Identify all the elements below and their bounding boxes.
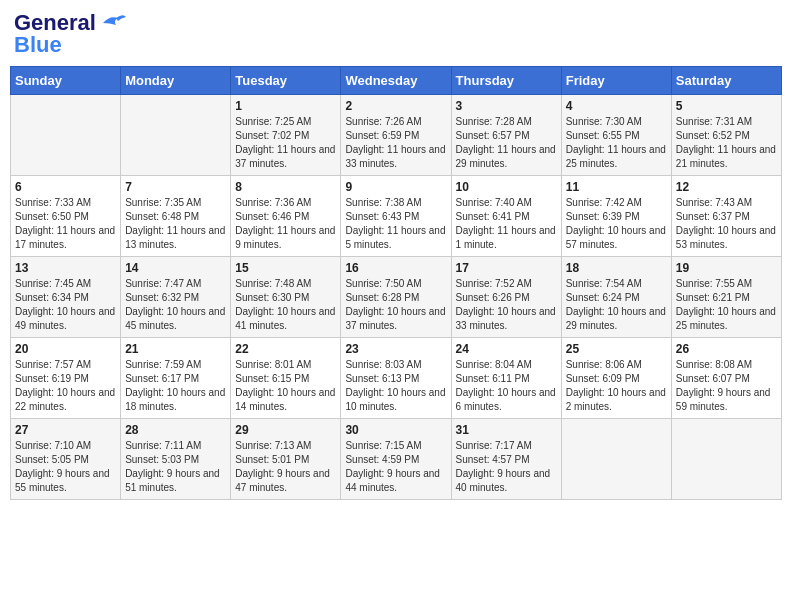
calendar-cell: 21 Sunrise: 7:59 AMSunset: 6:17 PMDaylig… — [121, 338, 231, 419]
calendar-cell: 19 Sunrise: 7:55 AMSunset: 6:21 PMDaylig… — [671, 257, 781, 338]
day-info: Sunrise: 7:42 AMSunset: 6:39 PMDaylight:… — [566, 196, 667, 252]
calendar-table: SundayMondayTuesdayWednesdayThursdayFrid… — [10, 66, 782, 500]
day-number: 11 — [566, 180, 667, 194]
day-info: Sunrise: 7:59 AMSunset: 6:17 PMDaylight:… — [125, 358, 226, 414]
calendar-cell: 24 Sunrise: 8:04 AMSunset: 6:11 PMDaylig… — [451, 338, 561, 419]
calendar-cell — [561, 419, 671, 500]
day-number: 24 — [456, 342, 557, 356]
calendar-cell: 13 Sunrise: 7:45 AMSunset: 6:34 PMDaylig… — [11, 257, 121, 338]
day-info: Sunrise: 7:28 AMSunset: 6:57 PMDaylight:… — [456, 115, 557, 171]
calendar-cell: 12 Sunrise: 7:43 AMSunset: 6:37 PMDaylig… — [671, 176, 781, 257]
day-number: 8 — [235, 180, 336, 194]
day-number: 29 — [235, 423, 336, 437]
day-info: Sunrise: 7:52 AMSunset: 6:26 PMDaylight:… — [456, 277, 557, 333]
calendar-cell: 20 Sunrise: 7:57 AMSunset: 6:19 PMDaylig… — [11, 338, 121, 419]
calendar-cell: 1 Sunrise: 7:25 AMSunset: 7:02 PMDayligh… — [231, 95, 341, 176]
day-info: Sunrise: 7:40 AMSunset: 6:41 PMDaylight:… — [456, 196, 557, 252]
weekday-header: Wednesday — [341, 67, 451, 95]
day-number: 13 — [15, 261, 116, 275]
day-number: 15 — [235, 261, 336, 275]
day-number: 31 — [456, 423, 557, 437]
calendar-cell — [11, 95, 121, 176]
calendar-cell: 30 Sunrise: 7:15 AMSunset: 4:59 PMDaylig… — [341, 419, 451, 500]
calendar-cell: 28 Sunrise: 7:11 AMSunset: 5:03 PMDaylig… — [121, 419, 231, 500]
day-number: 3 — [456, 99, 557, 113]
weekday-header: Monday — [121, 67, 231, 95]
day-info: Sunrise: 7:45 AMSunset: 6:34 PMDaylight:… — [15, 277, 116, 333]
calendar-cell: 26 Sunrise: 8:08 AMSunset: 6:07 PMDaylig… — [671, 338, 781, 419]
day-info: Sunrise: 7:25 AMSunset: 7:02 PMDaylight:… — [235, 115, 336, 171]
calendar-cell — [121, 95, 231, 176]
day-info: Sunrise: 7:31 AMSunset: 6:52 PMDaylight:… — [676, 115, 777, 171]
day-number: 23 — [345, 342, 446, 356]
day-number: 26 — [676, 342, 777, 356]
calendar-cell: 3 Sunrise: 7:28 AMSunset: 6:57 PMDayligh… — [451, 95, 561, 176]
day-number: 22 — [235, 342, 336, 356]
logo-text-blue: Blue — [14, 32, 62, 58]
calendar-cell: 27 Sunrise: 7:10 AMSunset: 5:05 PMDaylig… — [11, 419, 121, 500]
calendar-cell — [671, 419, 781, 500]
day-info: Sunrise: 7:54 AMSunset: 6:24 PMDaylight:… — [566, 277, 667, 333]
calendar-cell: 7 Sunrise: 7:35 AMSunset: 6:48 PMDayligh… — [121, 176, 231, 257]
calendar-week-row: 1 Sunrise: 7:25 AMSunset: 7:02 PMDayligh… — [11, 95, 782, 176]
calendar-cell: 16 Sunrise: 7:50 AMSunset: 6:28 PMDaylig… — [341, 257, 451, 338]
day-info: Sunrise: 7:17 AMSunset: 4:57 PMDaylight:… — [456, 439, 557, 495]
day-number: 19 — [676, 261, 777, 275]
calendar-cell: 6 Sunrise: 7:33 AMSunset: 6:50 PMDayligh… — [11, 176, 121, 257]
calendar-cell: 25 Sunrise: 8:06 AMSunset: 6:09 PMDaylig… — [561, 338, 671, 419]
day-info: Sunrise: 7:13 AMSunset: 5:01 PMDaylight:… — [235, 439, 336, 495]
day-number: 7 — [125, 180, 226, 194]
day-number: 9 — [345, 180, 446, 194]
day-info: Sunrise: 8:01 AMSunset: 6:15 PMDaylight:… — [235, 358, 336, 414]
day-info: Sunrise: 7:30 AMSunset: 6:55 PMDaylight:… — [566, 115, 667, 171]
calendar-cell: 2 Sunrise: 7:26 AMSunset: 6:59 PMDayligh… — [341, 95, 451, 176]
calendar-week-row: 20 Sunrise: 7:57 AMSunset: 6:19 PMDaylig… — [11, 338, 782, 419]
day-number: 5 — [676, 99, 777, 113]
day-info: Sunrise: 8:04 AMSunset: 6:11 PMDaylight:… — [456, 358, 557, 414]
calendar-cell: 15 Sunrise: 7:48 AMSunset: 6:30 PMDaylig… — [231, 257, 341, 338]
day-number: 4 — [566, 99, 667, 113]
day-number: 18 — [566, 261, 667, 275]
calendar-cell: 18 Sunrise: 7:54 AMSunset: 6:24 PMDaylig… — [561, 257, 671, 338]
day-number: 12 — [676, 180, 777, 194]
calendar-cell: 22 Sunrise: 8:01 AMSunset: 6:15 PMDaylig… — [231, 338, 341, 419]
day-number: 25 — [566, 342, 667, 356]
weekday-header: Tuesday — [231, 67, 341, 95]
day-info: Sunrise: 7:11 AMSunset: 5:03 PMDaylight:… — [125, 439, 226, 495]
day-number: 30 — [345, 423, 446, 437]
calendar-cell: 17 Sunrise: 7:52 AMSunset: 6:26 PMDaylig… — [451, 257, 561, 338]
calendar-week-row: 27 Sunrise: 7:10 AMSunset: 5:05 PMDaylig… — [11, 419, 782, 500]
calendar-cell: 29 Sunrise: 7:13 AMSunset: 5:01 PMDaylig… — [231, 419, 341, 500]
calendar-cell: 11 Sunrise: 7:42 AMSunset: 6:39 PMDaylig… — [561, 176, 671, 257]
calendar-week-row: 6 Sunrise: 7:33 AMSunset: 6:50 PMDayligh… — [11, 176, 782, 257]
day-info: Sunrise: 7:36 AMSunset: 6:46 PMDaylight:… — [235, 196, 336, 252]
calendar-cell: 10 Sunrise: 7:40 AMSunset: 6:41 PMDaylig… — [451, 176, 561, 257]
weekday-header: Friday — [561, 67, 671, 95]
calendar-cell: 5 Sunrise: 7:31 AMSunset: 6:52 PMDayligh… — [671, 95, 781, 176]
day-number: 17 — [456, 261, 557, 275]
day-info: Sunrise: 7:43 AMSunset: 6:37 PMDaylight:… — [676, 196, 777, 252]
logo: General Blue — [14, 10, 128, 58]
day-info: Sunrise: 8:06 AMSunset: 6:09 PMDaylight:… — [566, 358, 667, 414]
day-info: Sunrise: 8:03 AMSunset: 6:13 PMDaylight:… — [345, 358, 446, 414]
day-info: Sunrise: 7:55 AMSunset: 6:21 PMDaylight:… — [676, 277, 777, 333]
logo-bird-icon — [98, 13, 128, 33]
weekday-header: Sunday — [11, 67, 121, 95]
weekday-header: Thursday — [451, 67, 561, 95]
day-number: 27 — [15, 423, 116, 437]
page-header: General Blue — [10, 10, 782, 58]
day-info: Sunrise: 7:38 AMSunset: 6:43 PMDaylight:… — [345, 196, 446, 252]
day-number: 20 — [15, 342, 116, 356]
calendar-cell: 8 Sunrise: 7:36 AMSunset: 6:46 PMDayligh… — [231, 176, 341, 257]
calendar-cell: 14 Sunrise: 7:47 AMSunset: 6:32 PMDaylig… — [121, 257, 231, 338]
day-number: 6 — [15, 180, 116, 194]
day-info: Sunrise: 7:50 AMSunset: 6:28 PMDaylight:… — [345, 277, 446, 333]
day-info: Sunrise: 7:47 AMSunset: 6:32 PMDaylight:… — [125, 277, 226, 333]
weekday-header: Saturday — [671, 67, 781, 95]
day-info: Sunrise: 7:35 AMSunset: 6:48 PMDaylight:… — [125, 196, 226, 252]
day-info: Sunrise: 7:15 AMSunset: 4:59 PMDaylight:… — [345, 439, 446, 495]
day-number: 14 — [125, 261, 226, 275]
calendar-week-row: 13 Sunrise: 7:45 AMSunset: 6:34 PMDaylig… — [11, 257, 782, 338]
day-info: Sunrise: 7:10 AMSunset: 5:05 PMDaylight:… — [15, 439, 116, 495]
day-number: 21 — [125, 342, 226, 356]
